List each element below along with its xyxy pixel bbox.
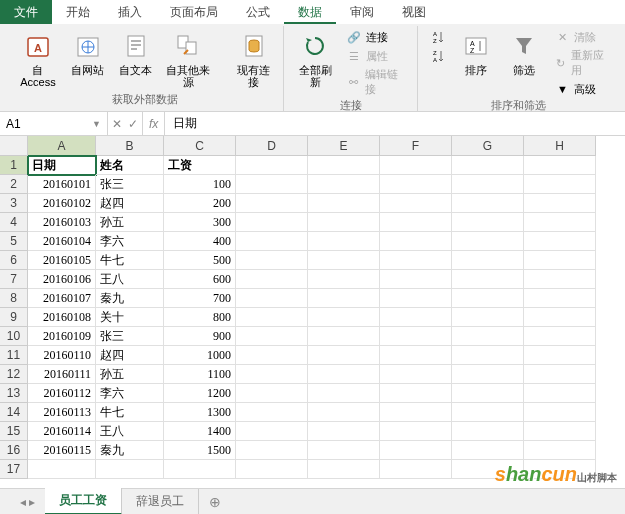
tab-home[interactable]: 开始: [52, 0, 104, 24]
cell[interactable]: [452, 327, 524, 346]
cell[interactable]: [380, 346, 452, 365]
cell[interactable]: [524, 194, 596, 213]
cell[interactable]: 1300: [164, 403, 236, 422]
cell[interactable]: 秦九: [96, 441, 164, 460]
cell[interactable]: [96, 460, 164, 479]
cell[interactable]: 张三: [96, 327, 164, 346]
cell[interactable]: [308, 403, 380, 422]
cell[interactable]: [380, 213, 452, 232]
cell[interactable]: [236, 403, 308, 422]
cell[interactable]: [524, 365, 596, 384]
col-header-G[interactable]: G: [452, 136, 524, 156]
tab-review[interactable]: 审阅: [336, 0, 388, 24]
cell[interactable]: [452, 194, 524, 213]
row-header[interactable]: 1: [0, 156, 28, 175]
cell[interactable]: 900: [164, 327, 236, 346]
cell[interactable]: [380, 194, 452, 213]
cell[interactable]: 20160113: [28, 403, 96, 422]
cell[interactable]: 20160111: [28, 365, 96, 384]
cell[interactable]: 李六: [96, 384, 164, 403]
row-header[interactable]: 6: [0, 251, 28, 270]
cell[interactable]: [524, 422, 596, 441]
sheet-tab-active[interactable]: 员工工资: [45, 488, 122, 514]
cell[interactable]: [524, 441, 596, 460]
cell[interactable]: [236, 327, 308, 346]
cell[interactable]: 700: [164, 289, 236, 308]
cell[interactable]: 赵四: [96, 194, 164, 213]
cell[interactable]: [380, 251, 452, 270]
row-header[interactable]: 10: [0, 327, 28, 346]
col-header-A[interactable]: A: [28, 136, 96, 156]
cell[interactable]: 20160104: [28, 232, 96, 251]
cell[interactable]: [452, 156, 524, 175]
from-access-button[interactable]: A 自 Access: [14, 28, 62, 90]
cell[interactable]: [236, 441, 308, 460]
cell[interactable]: 800: [164, 308, 236, 327]
cell[interactable]: [236, 251, 308, 270]
cell[interactable]: 600: [164, 270, 236, 289]
cell[interactable]: [380, 232, 452, 251]
cell[interactable]: [308, 213, 380, 232]
add-sheet-button[interactable]: ⊕: [199, 494, 231, 510]
cell[interactable]: [308, 289, 380, 308]
cell[interactable]: [380, 270, 452, 289]
cell[interactable]: [236, 308, 308, 327]
connections-button[interactable]: 🔗连接: [342, 28, 410, 46]
cell[interactable]: [236, 422, 308, 441]
col-header-B[interactable]: B: [96, 136, 164, 156]
cell[interactable]: 王八: [96, 422, 164, 441]
cell[interactable]: 1200: [164, 384, 236, 403]
cell[interactable]: [308, 194, 380, 213]
cell[interactable]: [524, 403, 596, 422]
sort-desc-button[interactable]: ZA: [426, 47, 450, 65]
cell[interactable]: 20160109: [28, 327, 96, 346]
cell[interactable]: [524, 251, 596, 270]
cell[interactable]: [380, 365, 452, 384]
cell[interactable]: [524, 384, 596, 403]
reapply-button[interactable]: ↻重新应用: [550, 47, 611, 79]
edit-links-button[interactable]: ⚯编辑链接: [342, 66, 410, 98]
cell[interactable]: 20160106: [28, 270, 96, 289]
cell[interactable]: [380, 460, 452, 479]
cell[interactable]: 李六: [96, 232, 164, 251]
cell[interactable]: [308, 156, 380, 175]
select-all-corner[interactable]: [0, 136, 28, 156]
cell[interactable]: [236, 194, 308, 213]
cell[interactable]: [308, 175, 380, 194]
row-header[interactable]: 13: [0, 384, 28, 403]
cell[interactable]: [308, 422, 380, 441]
row-header[interactable]: 2: [0, 175, 28, 194]
cell[interactable]: [524, 346, 596, 365]
cell[interactable]: [236, 213, 308, 232]
cell[interactable]: 20160115: [28, 441, 96, 460]
cell[interactable]: 20160101: [28, 175, 96, 194]
sheet-tab-other[interactable]: 辞退员工: [122, 489, 199, 514]
cell[interactable]: 20160108: [28, 308, 96, 327]
filter-button[interactable]: 筛选: [502, 28, 546, 78]
tab-layout[interactable]: 页面布局: [156, 0, 232, 24]
cell[interactable]: 20160110: [28, 346, 96, 365]
cell[interactable]: [308, 232, 380, 251]
sheet-nav[interactable]: ◂ ▸: [20, 495, 45, 509]
cell[interactable]: [236, 232, 308, 251]
cell[interactable]: [524, 289, 596, 308]
cell[interactable]: [236, 156, 308, 175]
cell[interactable]: [308, 308, 380, 327]
cell[interactable]: [524, 270, 596, 289]
name-box[interactable]: A1▼: [0, 112, 108, 135]
from-text-button[interactable]: 自文本: [114, 28, 158, 78]
cell[interactable]: 1000: [164, 346, 236, 365]
cell[interactable]: [524, 175, 596, 194]
cell[interactable]: 20160102: [28, 194, 96, 213]
cell[interactable]: [236, 175, 308, 194]
cell[interactable]: [308, 460, 380, 479]
cell[interactable]: 秦九: [96, 289, 164, 308]
cell[interactable]: [380, 403, 452, 422]
cell[interactable]: 孙五: [96, 213, 164, 232]
cell[interactable]: 20160107: [28, 289, 96, 308]
cell[interactable]: [308, 270, 380, 289]
cell[interactable]: 王八: [96, 270, 164, 289]
tab-formula[interactable]: 公式: [232, 0, 284, 24]
col-header-C[interactable]: C: [164, 136, 236, 156]
row-header[interactable]: 4: [0, 213, 28, 232]
